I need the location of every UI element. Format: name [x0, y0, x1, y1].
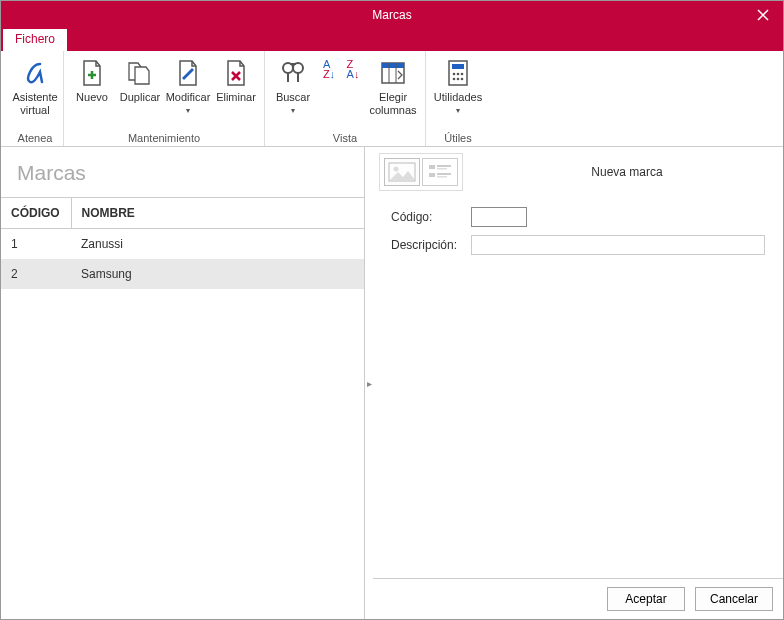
window-title: Marcas — [372, 8, 411, 22]
svg-rect-15 — [437, 165, 451, 167]
svg-point-13 — [394, 167, 399, 172]
ribbon-group-mantenimiento: Nuevo Duplicar Modificar ▾ Eliminar — [64, 51, 265, 146]
utilidades-button[interactable]: Utilidades ▾ — [430, 53, 486, 125]
tab-fichero[interactable]: Fichero — [3, 29, 67, 51]
ribbon-group-vista: Buscar ▾ AZ↓ ZA↓ Elegir columnas Vista — [265, 51, 426, 146]
columns-icon — [377, 57, 409, 89]
col-nombre[interactable]: NOMBRE — [71, 198, 364, 229]
svg-point-9 — [453, 78, 456, 81]
dropdown-icon: ▾ — [291, 106, 295, 115]
codigo-label: Código: — [391, 210, 471, 224]
table-row[interactable]: 1 Zanussi — [1, 229, 364, 260]
eliminar-label: Eliminar — [216, 91, 256, 104]
group-label-vista: Vista — [333, 132, 357, 146]
view-toggle — [379, 153, 463, 191]
col-codigo[interactable]: CÓDIGO — [1, 198, 71, 229]
buscar-label: Buscar — [276, 91, 310, 104]
svg-point-11 — [461, 78, 464, 81]
descripcion-label: Descripción: — [391, 238, 471, 252]
data-table: CÓDIGO NOMBRE 1 Zanussi 2 Samsung — [1, 197, 364, 289]
modificar-label: Modificar — [166, 91, 211, 104]
nuevo-button[interactable]: Nuevo — [68, 53, 116, 125]
ribbon: Asistente virtual Atenea Nuevo Duplicar — [1, 51, 783, 147]
search-icon — [277, 57, 309, 89]
modificar-button[interactable]: Modificar ▾ — [164, 53, 212, 125]
cell-nombre: Zanussi — [71, 229, 364, 260]
list-heading: Marcas — [1, 147, 364, 197]
table-row[interactable]: 2 Samsung — [1, 259, 364, 289]
detail-panel: Nueva marca Código: Descripción: Aceptar… — [373, 147, 783, 619]
sort-asc-button[interactable]: AZ↓ — [317, 53, 341, 87]
detail-header: Nueva marca — [373, 147, 783, 197]
new-document-icon — [76, 57, 108, 89]
main-area: Marcas CÓDIGO NOMBRE 1 Zanussi 2 Samsung… — [1, 147, 783, 619]
cell-codigo: 2 — [1, 259, 71, 289]
dropdown-icon: ▾ — [186, 106, 190, 115]
eliminar-button[interactable]: Eliminar — [212, 53, 260, 125]
descripcion-input[interactable] — [471, 235, 765, 255]
delete-document-icon — [220, 57, 252, 89]
sort-desc-icon: ZA↓ — [347, 59, 360, 79]
elegir-columnas-button[interactable]: Elegir columnas — [365, 53, 421, 125]
splitter-handle[interactable]: ▸ — [365, 147, 373, 619]
thumb-list-view[interactable] — [422, 158, 458, 186]
cell-codigo: 1 — [1, 229, 71, 260]
close-button[interactable] — [743, 1, 783, 29]
asistente-virtual-button[interactable]: Asistente virtual — [11, 53, 59, 125]
svg-point-6 — [453, 73, 456, 76]
codigo-input[interactable] — [471, 207, 527, 227]
duplicar-button[interactable]: Duplicar — [116, 53, 164, 125]
thumb-image-view[interactable] — [384, 158, 420, 186]
accept-button[interactable]: Aceptar — [607, 587, 685, 611]
elegir-label: Elegir columnas — [369, 91, 416, 117]
cancel-button[interactable]: Cancelar — [695, 587, 773, 611]
duplicate-icon — [124, 57, 156, 89]
svg-rect-19 — [437, 176, 447, 178]
svg-rect-18 — [437, 173, 451, 175]
title-bar: Marcas — [1, 1, 783, 29]
tab-strip: Fichero — [1, 29, 783, 51]
svg-rect-14 — [429, 165, 435, 169]
asistente-label: Asistente virtual — [12, 91, 57, 117]
svg-rect-17 — [429, 173, 435, 177]
ribbon-group-utiles: Utilidades ▾ Útiles — [426, 51, 490, 146]
sort-asc-icon: AZ↓ — [323, 59, 335, 79]
image-icon — [388, 162, 416, 182]
list-panel: Marcas CÓDIGO NOMBRE 1 Zanussi 2 Samsung — [1, 147, 365, 619]
dialog-footer: Aceptar Cancelar — [373, 578, 783, 619]
utilidades-label: Utilidades — [434, 91, 482, 104]
svg-point-8 — [461, 73, 464, 76]
detail-form: Código: Descripción: — [373, 197, 783, 273]
dropdown-icon: ▾ — [456, 106, 460, 115]
svg-rect-5 — [452, 64, 464, 69]
nuevo-label: Nuevo — [76, 91, 108, 104]
svg-rect-16 — [437, 168, 447, 170]
edit-document-icon — [172, 57, 204, 89]
cell-nombre: Samsung — [71, 259, 364, 289]
svg-rect-3 — [382, 63, 404, 68]
group-label-atenea: Atenea — [18, 132, 53, 146]
buscar-button[interactable]: Buscar ▾ — [269, 53, 317, 125]
list-icon — [426, 162, 454, 182]
group-label-mantenimiento: Mantenimiento — [128, 132, 200, 146]
duplicar-label: Duplicar — [120, 91, 160, 104]
svg-point-10 — [457, 78, 460, 81]
ribbon-group-atenea: Asistente virtual Atenea — [7, 51, 64, 146]
group-label-utiles: Útiles — [444, 132, 472, 146]
svg-point-7 — [457, 73, 460, 76]
alpha-icon — [19, 57, 51, 89]
close-icon — [757, 9, 769, 21]
detail-title: Nueva marca — [471, 165, 783, 179]
calculator-icon — [442, 57, 474, 89]
sort-desc-button[interactable]: ZA↓ — [341, 53, 365, 87]
